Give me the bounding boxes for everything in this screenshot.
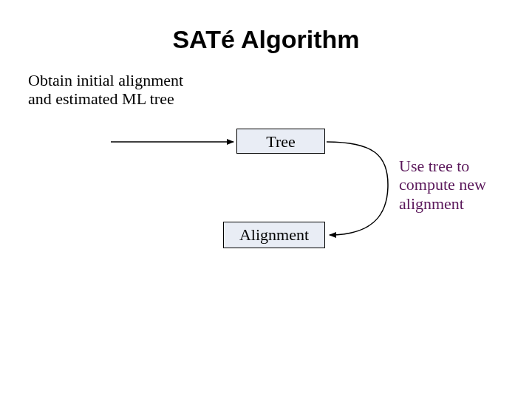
page-title: SATé Algorithm — [0, 25, 532, 54]
step-initial-text: Obtain initial alignmentand estimated ML… — [28, 71, 220, 109]
arrow-tree-to-alignment — [327, 142, 388, 235]
node-tree: Tree — [236, 129, 325, 154]
use-tree-text: Use tree tocompute newalignment — [399, 157, 517, 213]
node-alignment: Alignment — [223, 222, 325, 248]
diagram-stage: SATé Algorithm Obtain initial alignmenta… — [0, 0, 532, 399]
